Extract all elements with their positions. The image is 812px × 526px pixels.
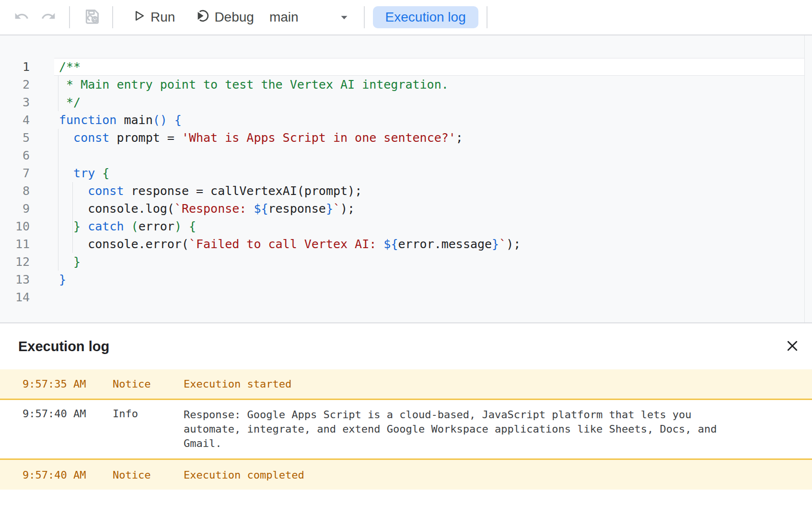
toolbar-separator (364, 6, 365, 28)
line-number[interactable]: 2 (0, 76, 30, 93)
toolbar-separator (112, 6, 113, 28)
code-line: 5 const prompt = 'What is Apps Script in… (0, 129, 812, 147)
log-entry-message: Execution completed (184, 469, 740, 481)
execution-log-button-label: Execution log (385, 10, 466, 25)
chevron-down-icon (338, 11, 350, 23)
toolbar-separator (487, 6, 487, 28)
code-line: 8 const response = callVertexAI(prompt); (0, 182, 812, 200)
redo-button[interactable] (40, 9, 57, 26)
code-text (30, 288, 59, 306)
code-text (30, 147, 59, 164)
run-button[interactable]: Run (132, 9, 175, 26)
log-entry-row: 9:57:40 AMInfoResponse: Google Apps Scri… (0, 400, 812, 458)
line-number[interactable]: 5 (0, 129, 30, 147)
close-icon (785, 339, 800, 354)
code-text: } catch (error) { (30, 217, 196, 235)
log-entry-level: Info (113, 408, 184, 451)
debug-button[interactable]: Debug (195, 9, 254, 26)
line-number[interactable]: 3 (0, 93, 30, 111)
save-project-button[interactable] (81, 7, 103, 28)
code-text: const prompt = 'What is Apps Script in o… (30, 129, 463, 147)
function-select-dropdown[interactable]: main (269, 10, 350, 25)
line-number[interactable]: 11 (0, 235, 30, 253)
line-number[interactable]: 14 (0, 288, 30, 306)
line-number[interactable]: 12 (0, 253, 30, 271)
execution-log-header: Execution log (0, 323, 812, 369)
debug-icon (195, 9, 209, 26)
code-text: */ (30, 93, 81, 111)
log-entry-time: 9:57:35 AM (23, 378, 113, 390)
run-icon (132, 9, 146, 26)
code-line: 9 console.log(`Response: ${response}`); (0, 200, 812, 217)
toolbar-separator (69, 6, 70, 28)
close-execution-log-button[interactable] (784, 338, 800, 354)
undo-icon (14, 9, 29, 26)
run-label: Run (151, 10, 175, 25)
code-text: * Main entry point to test the Vertex AI… (30, 76, 449, 93)
code-text: const response = callVertexAI(prompt); (30, 182, 362, 200)
log-entry-time: 9:57:40 AM (23, 469, 113, 481)
code-text: function main() { (30, 111, 182, 129)
editor-scrollbar-rail[interactable] (804, 35, 805, 322)
code-lines: 1/**2 * Main entry point to test the Ver… (0, 35, 812, 306)
code-line: 12 } (0, 253, 812, 271)
line-number[interactable]: 8 (0, 182, 30, 200)
code-line: 6 (0, 147, 812, 164)
undo-button[interactable] (13, 9, 30, 26)
log-entry-row: 9:57:40 AMNoticeExecution completed (0, 458, 812, 490)
log-entry-row: 9:57:35 AMNoticeExecution started (0, 369, 812, 400)
code-line: 10 } catch (error) { (0, 217, 812, 235)
line-number[interactable]: 10 (0, 217, 30, 235)
function-select-value: main (269, 10, 299, 25)
line-number[interactable]: 1 (0, 58, 30, 76)
editor-toolbar: Run Debug main Execution log (0, 0, 812, 35)
line-number[interactable]: 6 (0, 147, 30, 164)
log-entry-level: Notice (113, 378, 184, 390)
execution-log-title: Execution log (18, 339, 784, 354)
code-line: 2 * Main entry point to test the Vertex … (0, 76, 812, 93)
execution-log-panel: Execution log 9:57:35 AMNoticeExecution … (0, 322, 812, 525)
save-unsaved-warning-icon (82, 7, 102, 28)
code-line: 1/** (0, 58, 812, 76)
code-line: 11 console.error(`Failed to call Vertex … (0, 235, 812, 253)
execution-log-entries: 9:57:35 AMNoticeExecution started9:57:40… (0, 369, 812, 490)
code-text: try { (30, 164, 109, 182)
line-number[interactable]: 9 (0, 200, 30, 217)
redo-icon (41, 9, 56, 26)
code-text: console.error(`Failed to call Vertex AI:… (30, 235, 521, 253)
code-text: console.log(`Response: ${response}`); (30, 200, 355, 217)
code-line: 13} (0, 271, 812, 288)
line-number[interactable]: 13 (0, 271, 30, 288)
code-line: 7 try { (0, 164, 812, 182)
code-text: } (30, 271, 66, 288)
log-entry-level: Notice (113, 469, 184, 481)
code-text: } (30, 253, 81, 271)
code-text: /** (30, 58, 81, 76)
line-number[interactable]: 4 (0, 111, 30, 129)
code-line: 14 (0, 288, 812, 306)
log-entry-message: Execution started (184, 378, 740, 390)
log-entry-time: 9:57:40 AM (23, 408, 113, 451)
code-line: 3 */ (0, 93, 812, 111)
line-number[interactable]: 7 (0, 164, 30, 182)
debug-label: Debug (214, 10, 254, 25)
code-line: 4function main() { (0, 111, 812, 129)
log-entry-message: Response: Google Apps Script is a cloud-… (184, 408, 740, 451)
code-editor[interactable]: 1/**2 * Main entry point to test the Ver… (0, 35, 812, 322)
execution-log-button[interactable]: Execution log (373, 6, 478, 28)
